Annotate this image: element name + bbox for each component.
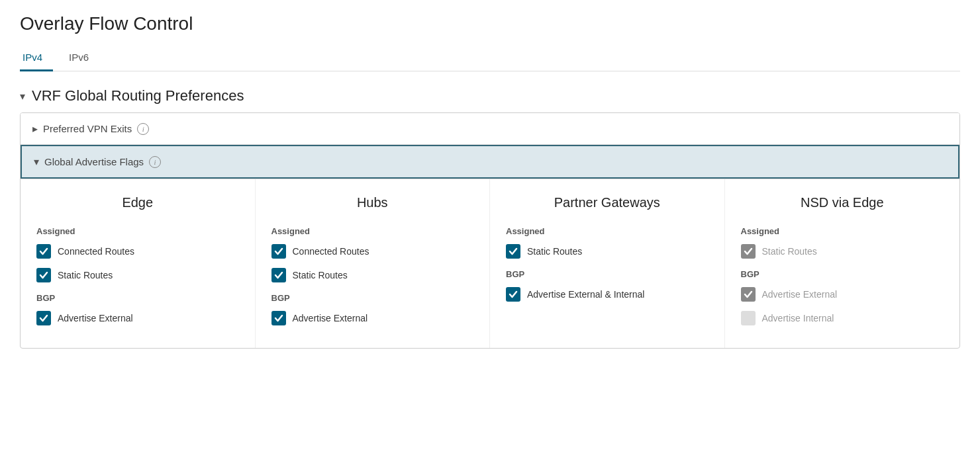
routing-preferences-card: ▸ Preferred VPN Exits i ▾ Global Adverti…	[20, 112, 960, 349]
edge-connected-routes-label: Connected Routes	[58, 246, 134, 257]
nsd-via-edge-column: NSD via Edge Assigned Static Routes BGP …	[725, 179, 960, 348]
section-title: VRF Global Routing Preferences	[32, 87, 244, 105]
hubs-connected-routes-label: Connected Routes	[293, 246, 369, 257]
page-container: Overlay Flow Control IPv4 IPv6 ▾ VRF Glo…	[0, 0, 980, 467]
nsd-advertise-internal-row: Advertise Internal	[741, 311, 944, 325]
edge-connected-routes-checkbox[interactable]	[36, 244, 51, 259]
hubs-column-title: Hubs	[271, 195, 474, 210]
hubs-column: Hubs Assigned Connected Routes Static Ro…	[256, 179, 491, 348]
hubs-advertise-external-label: Advertise External	[293, 313, 368, 323]
pg-bgp-label: BGP	[506, 269, 709, 279]
edge-advertise-external-checkbox[interactable]	[36, 311, 51, 325]
pg-static-routes-label: Static Routes	[527, 246, 582, 257]
nsd-column-title: NSD via Edge	[741, 195, 944, 210]
tab-ipv6[interactable]: IPv6	[66, 46, 99, 71]
tab-bar: IPv4 IPv6	[20, 46, 960, 71]
hubs-connected-routes-row: Connected Routes	[271, 244, 474, 259]
nsd-advertise-internal-checkbox[interactable]	[741, 311, 756, 325]
edge-assigned-label: Assigned	[36, 226, 239, 236]
edge-static-routes-label: Static Routes	[58, 270, 113, 280]
edge-column: Edge Assigned Connected Routes Static Ro…	[21, 179, 256, 348]
hubs-bgp-label: BGP	[271, 293, 474, 303]
hubs-static-routes-label: Static Routes	[293, 270, 348, 280]
nsd-bgp-label: BGP	[741, 269, 944, 279]
tab-ipv4[interactable]: IPv4	[20, 46, 53, 71]
global-advertise-flags-header[interactable]: ▾ Global Advertise Flags i	[21, 145, 959, 179]
edge-static-routes-checkbox[interactable]	[36, 268, 51, 282]
preferred-vpn-exits-label: Preferred VPN Exits	[43, 123, 132, 134]
partner-gateways-column-title: Partner Gateways	[506, 195, 709, 210]
pg-static-routes-row: Static Routes	[506, 244, 709, 259]
hubs-connected-routes-checkbox[interactable]	[271, 244, 286, 259]
preferred-vpn-exits-chevron: ▸	[32, 122, 38, 135]
edge-bgp-label: BGP	[36, 293, 239, 303]
global-advertise-flags-chevron: ▾	[34, 155, 39, 168]
hubs-static-routes-row: Static Routes	[271, 268, 474, 282]
pg-advertise-external-internal-checkbox[interactable]	[506, 287, 520, 302]
nsd-advertise-external-checkbox[interactable]	[741, 287, 756, 302]
partner-gateways-column: Partner Gateways Assigned Static Routes …	[490, 179, 725, 348]
nsd-static-routes-row: Static Routes	[741, 244, 944, 259]
section-header: ▾ VRF Global Routing Preferences	[20, 87, 960, 105]
preferred-vpn-exits-info-icon[interactable]: i	[137, 123, 149, 135]
edge-static-routes-row: Static Routes	[36, 268, 239, 282]
nsd-advertise-external-row: Advertise External	[741, 287, 944, 302]
nsd-advertise-external-label: Advertise External	[762, 289, 838, 300]
hubs-advertise-external-checkbox[interactable]	[271, 311, 286, 325]
global-advertise-flags-info-icon[interactable]: i	[149, 156, 161, 168]
hubs-static-routes-checkbox[interactable]	[271, 268, 286, 282]
section-collapse-icon[interactable]: ▾	[20, 90, 25, 103]
nsd-advertise-internal-label: Advertise Internal	[762, 313, 834, 323]
pg-assigned-label: Assigned	[506, 226, 709, 236]
edge-advertise-external-row: Advertise External	[36, 311, 239, 325]
pg-static-routes-checkbox[interactable]	[506, 244, 520, 259]
preferred-vpn-exits-row: ▸ Preferred VPN Exits i	[21, 113, 959, 145]
preferred-vpn-exits-header[interactable]: ▸ Preferred VPN Exits i	[21, 113, 959, 144]
nsd-assigned-label: Assigned	[741, 226, 944, 236]
edge-column-title: Edge	[36, 195, 239, 210]
global-advertise-flags-label: Global Advertise Flags	[44, 156, 144, 167]
nsd-static-routes-checkbox[interactable]	[741, 244, 756, 259]
hubs-assigned-label: Assigned	[271, 226, 474, 236]
pg-advertise-external-internal-label: Advertise External & Internal	[527, 289, 644, 300]
hubs-advertise-external-row: Advertise External	[271, 311, 474, 325]
edge-connected-routes-row: Connected Routes	[36, 244, 239, 259]
nsd-static-routes-label: Static Routes	[762, 246, 817, 257]
page-title: Overlay Flow Control	[20, 13, 960, 34]
advertise-flags-grid: Edge Assigned Connected Routes Static Ro…	[21, 179, 959, 348]
global-advertise-flags-row: ▾ Global Advertise Flags i Edge Assigned…	[21, 145, 959, 348]
pg-advertise-external-internal-row: Advertise External & Internal	[506, 287, 709, 302]
edge-advertise-external-label: Advertise External	[58, 313, 133, 323]
